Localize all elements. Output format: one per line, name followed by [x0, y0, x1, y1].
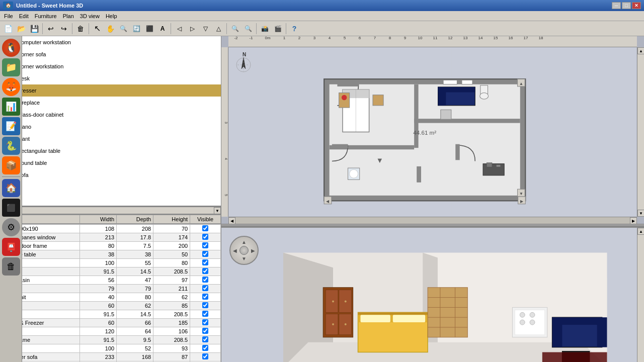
visibility-checkbox[interactable]: [202, 242, 208, 248]
furniture-item-sofa[interactable]: 🛋Sofa: [0, 169, 221, 181]
rotate-btn[interactable]: 🔄: [130, 23, 142, 35]
menu-edit[interactable]: Edit: [16, 12, 32, 20]
dock-icon-python[interactable]: 🐍: [2, 137, 20, 155]
text-btn[interactable]: A: [156, 23, 169, 35]
furniture-item-piano[interactable]: 🎹Piano: [0, 121, 221, 133]
table-row[interactable]: Sink 120 64 106: [1, 327, 221, 336]
dock-icon-firefox[interactable]: 🦊: [2, 78, 20, 96]
navigation-control[interactable]: ▲ ▼ ◀ ▶: [229, 236, 259, 265]
visibility-checkbox[interactable]: [202, 277, 208, 283]
table-row[interactable]: Fridge & Freezer 60 66 185: [1, 319, 221, 327]
table-row[interactable]: Door frame 91.5 9.5 208.5: [1, 336, 221, 344]
menu-help[interactable]: Help: [103, 12, 120, 20]
cell-visible[interactable]: [190, 336, 221, 344]
visibility-checkbox[interactable]: [202, 336, 208, 342]
table-row[interactable]: Shower 79 79 211: [1, 285, 221, 293]
wall-btn[interactable]: ◁: [173, 23, 185, 35]
col-header-width[interactable]: Width: [80, 215, 117, 224]
dock-icon-terminal[interactable]: ⬛: [2, 199, 20, 217]
cell-visible[interactable]: [190, 293, 221, 302]
dock-icon-files[interactable]: 📁: [2, 58, 20, 76]
cell-visible[interactable]: [190, 353, 221, 361]
visibility-checkbox[interactable]: [202, 225, 208, 231]
level-btn[interactable]: ⬛: [143, 23, 155, 35]
furniture-item-corner-sofa[interactable]: 🛋Corner sofa: [0, 48, 221, 60]
table-row[interactable]: Chest 100 55 80: [1, 259, 221, 267]
visibility-checkbox[interactable]: [202, 311, 208, 317]
stair-btn[interactable]: △: [212, 23, 224, 35]
dock-icon-writer[interactable]: 📝: [2, 117, 20, 135]
new-btn[interactable]: 📄: [2, 23, 14, 35]
cell-visible[interactable]: [190, 225, 221, 233]
table-row[interactable]: Round door frame 80 7.5 200: [1, 242, 221, 250]
visibility-checkbox[interactable]: [202, 234, 208, 240]
nav-center[interactable]: [239, 246, 249, 255]
table-row[interactable]: Washbasin 56 47 97: [1, 276, 221, 285]
video-btn[interactable]: 🎬: [272, 23, 284, 35]
visibility-checkbox[interactable]: [202, 294, 208, 300]
scroll-up-floorplan[interactable]: ▲: [637, 47, 644, 54]
furniture-item-round-table[interactable]: ⭕Round table: [0, 157, 221, 169]
help-btn[interactable]: ?: [288, 23, 300, 35]
redo-btn[interactable]: ↪: [58, 23, 70, 35]
table-row[interactable]: Toilet unit 40 80 62: [1, 293, 221, 302]
furniture-item-corner-workstation[interactable]: 💻Corner workstation: [0, 60, 221, 72]
vscrollbar-floorplan[interactable]: ▲ ▼: [637, 47, 644, 217]
zoom-in-btn[interactable]: 🔍: [229, 23, 241, 35]
dock-icon-ubuntu[interactable]: 🐧: [2, 39, 20, 57]
scroll-right-floorplan[interactable]: ▶: [630, 217, 637, 224]
cell-visible[interactable]: [190, 276, 221, 285]
dock-icon-trash[interactable]: 🗑: [2, 257, 20, 276]
cell-visible[interactable]: [190, 344, 221, 353]
cell-visible[interactable]: [190, 285, 221, 293]
table-row[interactable]: ▼ Bed 90x190 108 208 70: [1, 225, 221, 233]
dock-icon-settings[interactable]: ⚙: [2, 218, 20, 236]
minimize-btn[interactable]: ─: [612, 2, 621, 9]
furniture-item-dresser[interactable]: 🗄Dresser: [0, 84, 221, 97]
visibility-checkbox[interactable]: [202, 251, 208, 257]
cell-visible[interactable]: [190, 310, 221, 319]
scroll-down-floorplan[interactable]: ▼: [637, 210, 644, 217]
visibility-checkbox[interactable]: [202, 259, 208, 265]
room-btn[interactable]: ▷: [186, 23, 198, 35]
visibility-checkbox[interactable]: [202, 268, 208, 274]
cell-visible[interactable]: [190, 259, 221, 267]
dock-icon-mail[interactable]: 📮: [2, 238, 20, 256]
zoom-btn[interactable]: 🔍: [117, 23, 129, 35]
door-btn[interactable]: ▽: [199, 23, 211, 35]
delete-btn[interactable]: 🗑: [74, 23, 87, 35]
dock-icon-sweethome[interactable]: 🏠: [2, 179, 20, 197]
hscrollbar-floorplan[interactable]: ◀ ▶: [228, 217, 637, 224]
furniture-item-rectangular-table[interactable]: 📋Rectangular table: [0, 145, 221, 157]
menu-3dview[interactable]: 3D view: [77, 12, 103, 20]
3d-view[interactable]: ▲ ▼ ◀ ▶: [221, 226, 644, 362]
cell-visible[interactable]: [190, 327, 221, 336]
dock-icon-calc[interactable]: 📊: [2, 98, 20, 116]
undo-btn[interactable]: ↩: [45, 23, 57, 35]
save-btn[interactable]: 💾: [28, 23, 40, 35]
furniture-item-glass-door-cabinet[interactable]: 🗃Glass-door cabinet: [0, 109, 221, 121]
col-header-visible[interactable]: Visible: [190, 215, 221, 224]
cell-visible[interactable]: [190, 302, 221, 310]
select-btn[interactable]: ↖: [91, 23, 103, 35]
table-row[interactable]: TV unit 100 52 93: [1, 344, 221, 353]
scroll-down-btn[interactable]: ▼: [214, 207, 221, 214]
cell-visible[interactable]: [190, 319, 221, 327]
table-row[interactable]: ▼ Corner sofa 233 168 87: [1, 353, 221, 361]
menu-furniture[interactable]: Furniture: [32, 12, 60, 20]
table-row[interactable]: Door 91.5 14.5 208.5: [1, 310, 221, 319]
cell-visible[interactable]: [190, 242, 221, 250]
dock-icon-store[interactable]: 📦: [2, 156, 20, 174]
photo-btn[interactable]: 📸: [259, 23, 271, 35]
maximize-btn[interactable]: □: [622, 2, 631, 9]
zoom-out-btn[interactable]: 🔍: [242, 23, 254, 35]
table-row[interactable]: ▼ Five panes window 213 17.8 174: [1, 233, 221, 242]
col-header-depth[interactable]: Depth: [117, 215, 153, 224]
floor-plan[interactable]: -2 -1 0m 1 2 3 4 5 6 7 8 9 10 11 12 13 1: [221, 36, 644, 224]
visibility-checkbox[interactable]: [202, 345, 208, 351]
visibility-checkbox[interactable]: [202, 302, 208, 308]
furniture-item-fireplace[interactable]: 🔥Fireplace: [0, 97, 221, 109]
furniture-item-computer-workstation[interactable]: 🖥Computer workstation: [0, 36, 221, 48]
scroll-left-floorplan[interactable]: ◀: [228, 217, 235, 224]
open-btn[interactable]: 📂: [15, 23, 27, 35]
